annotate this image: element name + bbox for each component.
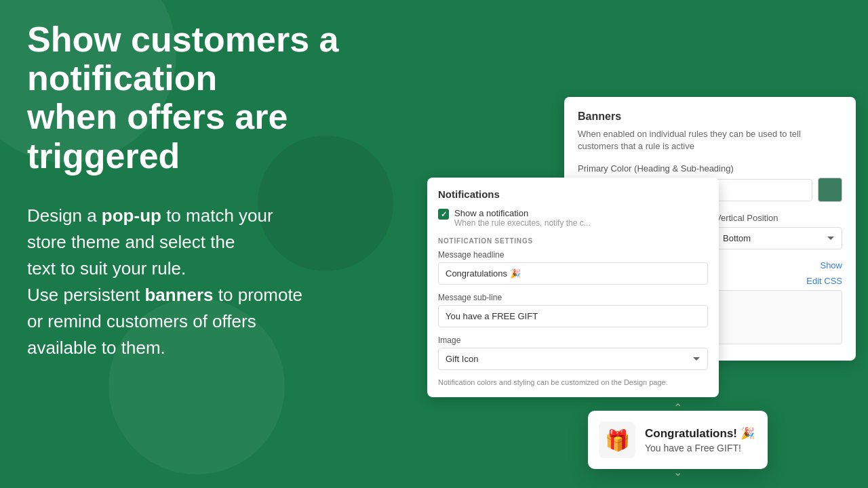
show-notification-label: Show a notification: [454, 208, 591, 218]
message-headline-input[interactable]: [438, 262, 708, 285]
show-notification-sub: When the rule executes, notify the c...: [454, 218, 591, 228]
message-headline-label: Message headline: [438, 250, 708, 260]
gift-icon: 🎁: [599, 422, 635, 458]
main-heading: Show customers a notification when offer…: [27, 20, 420, 176]
image-group: Image Gift Icon: [438, 336, 708, 370]
heading-line1: Show customers a notification: [27, 20, 338, 98]
edit-css-link[interactable]: Edit CSS: [806, 276, 842, 286]
popup-scroll-up-icon[interactable]: ⌃: [673, 401, 682, 414]
show-notification-row: Show a notification When the rule execut…: [438, 208, 708, 228]
message-headline-group: Message headline: [438, 250, 708, 285]
banners-description: When enabled on individual rules they ca…: [578, 128, 842, 152]
vertical-position-label: Vertical Position: [715, 213, 842, 223]
popup-scroll-down-icon[interactable]: ⌄: [673, 466, 682, 479]
popup-heading: Congratulations! 🎉: [645, 426, 755, 441]
image-select[interactable]: Gift Icon: [438, 348, 708, 370]
vertical-position-group: Vertical Position Top Center Bottom: [715, 213, 842, 249]
popup-sub: You have a Free GIFT!: [645, 443, 755, 453]
show-link[interactable]: Show: [820, 260, 842, 270]
color-swatch[interactable]: [818, 178, 842, 202]
left-content: Show customers a notification when offer…: [27, 20, 420, 361]
show-notification-checkbox[interactable]: [438, 209, 449, 220]
info-text: Notification colors and styling can be c…: [438, 378, 708, 386]
heading-line2: when offers are triggered: [27, 97, 288, 175]
message-subline-input[interactable]: [438, 305, 708, 327]
notifications-title: Notifications: [438, 188, 708, 200]
primary-color-label: Primary Color (Heading & Sub-heading): [578, 163, 842, 174]
message-subline-label: Message sub-line: [438, 293, 708, 302]
banners-title: Banners: [578, 110, 842, 123]
vertical-position-select[interactable]: Top Center Bottom: [715, 227, 842, 249]
message-subline-group: Message sub-line: [438, 293, 708, 327]
body-text: Design a pop-up to match your store them…: [27, 203, 420, 361]
popup-text-area: Congratulations! 🎉 You have a Free GIFT!: [645, 426, 755, 453]
image-label: Image: [438, 336, 708, 345]
notification-settings-section-label: NOTIFICATION SETTINGS: [438, 237, 708, 245]
notification-popup: ⌃ 🎁 Congratulations! 🎉 You have a Free G…: [588, 411, 768, 469]
notifications-panel: Notifications Show a notification When t…: [427, 178, 719, 397]
